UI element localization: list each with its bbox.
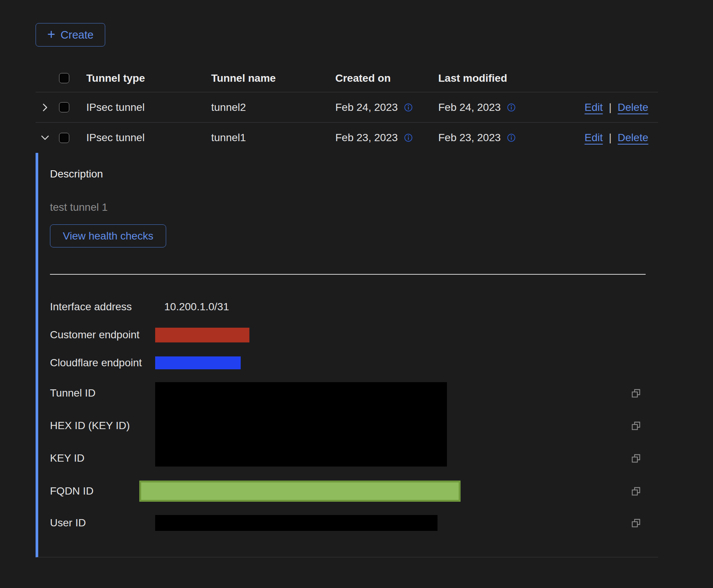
created-on-cell: Feb 23, 2023 [335, 132, 438, 144]
edit-link[interactable]: Edit [585, 132, 603, 144]
ids-copy-icons-column [631, 377, 658, 474]
header-tunnel-type: Tunnel type [86, 72, 211, 84]
customer-endpoint-redacted-value [155, 328, 249, 342]
checkbox-cell [59, 102, 86, 112]
customer-endpoint-label: Customer endpoint [50, 329, 155, 341]
last-modified-value: Feb 23, 2023 [438, 132, 501, 144]
delete-link[interactable]: Delete [618, 101, 648, 114]
tunnel-name-cell: tunnel1 [211, 132, 335, 144]
description-value: test tunnel 1 [50, 201, 658, 213]
create-button[interactable]: + Create [36, 23, 105, 47]
interface-address-label: Interface address [50, 301, 155, 313]
row-actions-cell: Edit | Delete [583, 132, 658, 144]
hex-id-label: HEX ID (KEY ID) [50, 409, 155, 442]
fqdn-id-redacted-value [139, 481, 461, 502]
key-id-label: KEY ID [50, 442, 155, 474]
created-on-value: Feb 24, 2023 [335, 101, 398, 114]
copy-fqdn-id-icon[interactable] [631, 486, 641, 496]
tunnel-type-cell: IPsec tunnel [86, 132, 211, 144]
tunnel-type-cell: IPsec tunnel [86, 101, 211, 114]
row-checkbox[interactable] [59, 133, 69, 143]
description-label: Description [50, 168, 658, 180]
info-icon[interactable] [507, 133, 516, 142]
interface-address-row: Interface address 10.200.1.0/31 [50, 293, 658, 321]
ids-labels-column: Tunnel ID HEX ID (KEY ID) KEY ID [50, 377, 155, 474]
cloudflare-endpoint-label: Cloudflare endpoint [50, 357, 155, 369]
header-last-modified: Last modified [438, 72, 583, 84]
customer-endpoint-row: Customer endpoint [50, 321, 658, 349]
info-icon[interactable] [507, 103, 516, 112]
ipsec-tunnels-page: + Create Tunnel type Tunnel name Created… [0, 0, 713, 557]
section-divider [50, 274, 646, 275]
create-button-label: Create [61, 29, 93, 41]
tunnel-name-cell: tunnel2 [211, 101, 335, 114]
created-on-value: Feb 23, 2023 [335, 132, 398, 144]
tunnel-id-label: Tunnel ID [50, 377, 155, 409]
chevron-right-icon[interactable] [39, 102, 51, 113]
table-row-tunnel2: IPsec tunnel tunnel2 Feb 24, 2023 Feb 24… [36, 92, 658, 123]
ids-redacted-value [155, 382, 447, 467]
user-id-label: User ID [50, 517, 155, 529]
ids-group: Tunnel ID HEX ID (KEY ID) KEY ID [50, 377, 658, 474]
info-icon[interactable] [404, 103, 413, 112]
actions-separator: | [609, 101, 612, 114]
cloudflare-endpoint-row: Cloudflare endpoint [50, 349, 658, 377]
checkbox-cell [59, 133, 86, 143]
delete-link[interactable]: Delete [618, 132, 648, 144]
plus-icon: + [47, 28, 55, 41]
last-modified-value: Feb 24, 2023 [438, 101, 501, 114]
row-checkbox[interactable] [59, 102, 69, 112]
expanded-row-panel: Description test tunnel 1 View health ch… [36, 153, 658, 557]
select-all-checkbox[interactable] [59, 73, 69, 83]
table-header-row: Tunnel type Tunnel name Created on Last … [36, 64, 658, 92]
tunnels-table: Tunnel type Tunnel name Created on Last … [36, 64, 658, 557]
view-health-checks-button[interactable]: View health checks [50, 224, 166, 247]
last-modified-cell: Feb 23, 2023 [438, 132, 583, 144]
copy-tunnel-id-icon[interactable] [631, 388, 641, 398]
header-checkbox-cell [59, 73, 86, 83]
row-actions-cell: Edit | Delete [583, 101, 658, 114]
user-id-redacted-value [155, 515, 437, 531]
last-modified-cell: Feb 24, 2023 [438, 101, 583, 114]
expander-cell [36, 132, 59, 143]
copy-user-id-icon[interactable] [631, 518, 641, 528]
chevron-down-icon[interactable] [39, 132, 51, 143]
cloudflare-endpoint-redacted-value [155, 356, 241, 369]
created-on-cell: Feb 24, 2023 [335, 101, 438, 114]
actions-separator: | [609, 132, 612, 144]
header-created-on: Created on [335, 72, 438, 84]
fqdn-id-row: FQDN ID [50, 474, 658, 508]
info-icon[interactable] [404, 133, 413, 142]
header-tunnel-name: Tunnel name [211, 72, 335, 84]
interface-address-value: 10.200.1.0/31 [155, 301, 229, 313]
expander-cell [36, 102, 59, 113]
edit-link[interactable]: Edit [585, 101, 603, 114]
user-id-row: User ID [50, 508, 658, 538]
copy-hex-id-icon[interactable] [631, 421, 641, 431]
copy-key-id-icon[interactable] [631, 453, 641, 464]
table-row-tunnel1: IPsec tunnel tunnel1 Feb 23, 2023 Feb 23… [36, 123, 658, 153]
